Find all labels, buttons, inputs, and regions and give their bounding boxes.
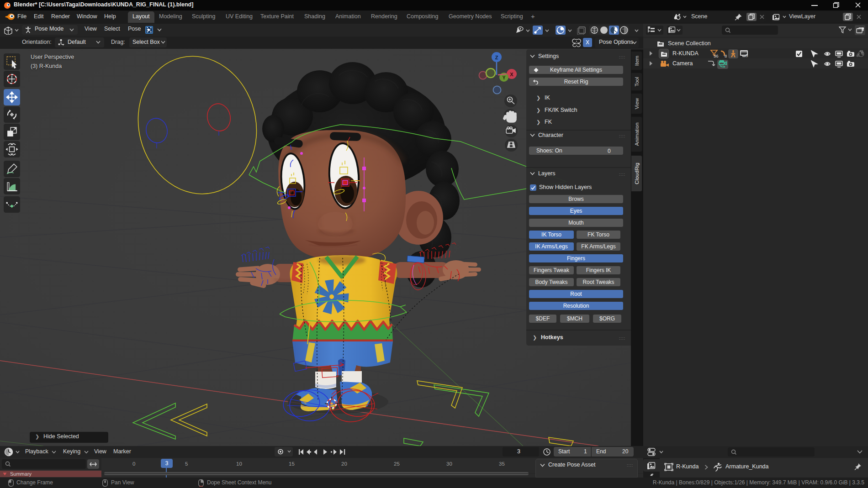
svg-text:Y: Y [503, 75, 506, 80]
svg-text:X: X [510, 72, 513, 77]
svg-text:36: 36 [714, 53, 719, 58]
svg-text:8: 8 [725, 53, 727, 58]
svg-text:3: 3 [746, 53, 748, 58]
svg-text:Z: Z [495, 55, 498, 60]
